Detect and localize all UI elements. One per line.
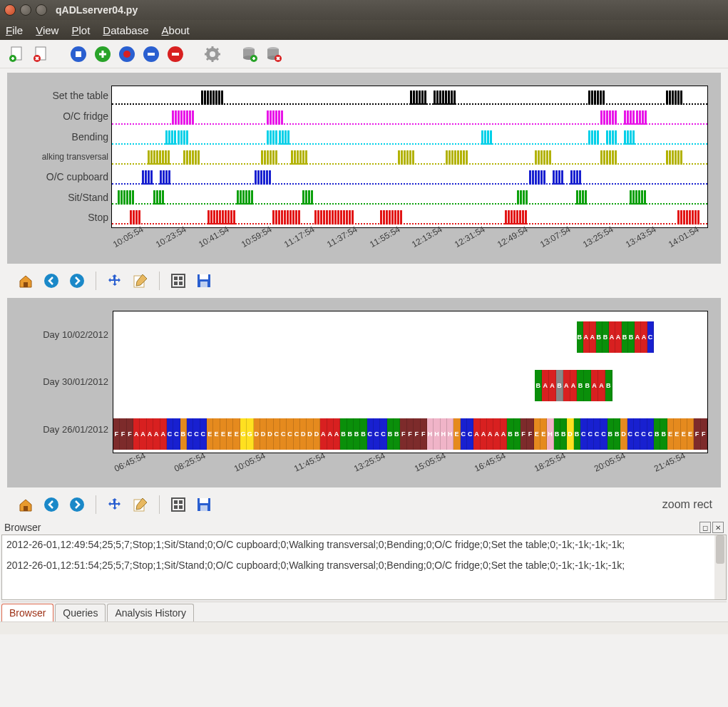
- ylabel: O/C fridge: [20, 110, 108, 122]
- svg-rect-42: [174, 505, 178, 509]
- menubar: File View Plot Database About: [0, 20, 728, 40]
- remove-doc-icon[interactable]: [31, 44, 51, 64]
- day-chart-panel: Day 10/02/2012 Day 30/01/2012 Day 26/01/…: [7, 298, 721, 487]
- svg-point-36: [44, 497, 58, 512]
- window-maximize-button[interactable]: [36, 4, 47, 16]
- ylabel: Stop: [20, 212, 108, 223]
- subplots-icon[interactable]: [168, 271, 188, 291]
- svg-rect-41: [179, 500, 183, 504]
- window-minimize-button[interactable]: [20, 4, 31, 16]
- ylabel: Set the table: [20, 90, 108, 101]
- menu-file[interactable]: File: [6, 24, 23, 36]
- back-icon[interactable]: [41, 495, 61, 515]
- svg-rect-39: [172, 498, 185, 511]
- ylabel: O/C cupboard: [20, 171, 108, 182]
- svg-point-37: [70, 497, 84, 512]
- new-doc-icon[interactable]: [7, 44, 27, 64]
- svg-rect-33: [200, 274, 208, 279]
- day-x-axis: 06:45:5408:25:5410:05:5411:45:5413:25:54…: [20, 453, 708, 475]
- pan-icon[interactable]: [105, 271, 125, 291]
- subplots-icon[interactable]: [168, 495, 188, 515]
- ylabel: alking transversal: [20, 152, 108, 162]
- svg-point-8: [123, 51, 130, 58]
- browser-title: Browser: [4, 522, 41, 533]
- edit-icon[interactable]: [130, 271, 150, 291]
- browser-log[interactable]: 2012-26-01,12:49:54;25;5;7;Stop;1;Sit/St…: [1, 535, 727, 600]
- activity-y-labels: Set the table O/C fridge Bending alking …: [20, 86, 111, 228]
- svg-rect-45: [200, 498, 208, 503]
- ylabel: Sit/Stand: [20, 192, 108, 203]
- browser-close-icon[interactable]: ✕: [712, 522, 724, 533]
- back-icon[interactable]: [41, 271, 61, 291]
- svg-rect-5: [76, 51, 81, 57]
- activity-plot-area[interactable]: [111, 86, 708, 228]
- db-remove-icon[interactable]: [264, 44, 284, 64]
- svg-point-14: [210, 51, 215, 57]
- svg-rect-30: [174, 282, 178, 285]
- save-icon[interactable]: [194, 271, 214, 291]
- save-icon[interactable]: [194, 495, 214, 515]
- tab-queries[interactable]: Queries: [55, 604, 106, 621]
- svg-point-25: [70, 274, 84, 288]
- svg-rect-10: [148, 53, 155, 56]
- zoom-rect-label: zoom rect: [662, 498, 712, 511]
- delete-record-icon[interactable]: [165, 44, 185, 64]
- activity-chart-panel: Set the table O/C fridge Bending alking …: [7, 73, 721, 264]
- scrollbar[interactable]: [714, 535, 726, 599]
- edit-icon[interactable]: [130, 495, 150, 515]
- statusbar: [0, 621, 728, 634]
- tab-analysis[interactable]: Analysis History: [107, 604, 194, 621]
- menu-database[interactable]: Database: [103, 24, 148, 36]
- home-icon[interactable]: [16, 271, 36, 291]
- svg-rect-40: [174, 500, 178, 504]
- svg-rect-29: [179, 277, 183, 280]
- svg-rect-28: [174, 277, 178, 280]
- day-y-labels: Day 10/02/2012 Day 30/01/2012 Day 26/01/…: [20, 311, 113, 453]
- svg-rect-46: [200, 505, 207, 511]
- activity-x-axis: 10:05:5410:23:5410:41:5410:59:5411:17:54…: [20, 228, 708, 251]
- svg-rect-31: [179, 282, 183, 285]
- db-add-icon[interactable]: [240, 44, 260, 64]
- plot-toolbar-1: [7, 268, 721, 294]
- bottom-tabs: Browser Queries Analysis History: [1, 602, 727, 621]
- day-plot-area[interactable]: BAABBAABBAACBAABAABBAABFFFAAAAACCBCCCEEE…: [113, 311, 708, 453]
- browser-detach-icon[interactable]: ◻: [699, 522, 711, 533]
- forward-icon[interactable]: [67, 271, 87, 291]
- ylabel: Day 10/02/2012: [20, 329, 108, 340]
- ylabel: Day 30/01/2012: [20, 376, 108, 387]
- log-line: 2012-26-01,12:49:54;25;5;7;Stop;1;Sit/St…: [6, 538, 722, 552]
- window-close-button[interactable]: [4, 4, 16, 16]
- window-title: qADLserver04.py: [56, 4, 138, 16]
- svg-point-24: [44, 274, 58, 288]
- pan-icon[interactable]: [105, 495, 125, 515]
- home-icon[interactable]: [16, 495, 36, 515]
- forward-icon[interactable]: [67, 495, 87, 515]
- menu-plot[interactable]: Plot: [71, 24, 90, 36]
- svg-rect-34: [200, 282, 207, 287]
- add-record-icon[interactable]: [93, 44, 113, 64]
- minus-record-icon[interactable]: [141, 44, 161, 64]
- stop-record-icon[interactable]: [68, 44, 88, 64]
- menu-view[interactable]: View: [36, 24, 58, 36]
- scroll-thumb[interactable]: [716, 535, 724, 564]
- svg-rect-35: [24, 506, 28, 511]
- titlebar: qADLserver04.py: [0, 0, 728, 20]
- main-toolbar: [0, 40, 728, 68]
- svg-rect-27: [172, 274, 185, 287]
- svg-rect-43: [179, 505, 183, 509]
- log-line: 2012-26-01,12:51:54;25;5;7;Stop;1;Sit/St…: [6, 559, 722, 572]
- record-icon[interactable]: [117, 44, 137, 64]
- ylabel: Day 26/01/2012: [20, 424, 108, 435]
- plot-toolbar-2: zoom rect: [7, 492, 721, 517]
- svg-rect-23: [24, 282, 28, 287]
- browser-section: Browser ◻ ✕ 2012-26-01,12:49:54;25;5;7;S…: [1, 520, 727, 621]
- tab-browser[interactable]: Browser: [1, 604, 53, 621]
- settings-icon[interactable]: [202, 44, 222, 64]
- menu-about[interactable]: About: [162, 24, 190, 36]
- svg-rect-12: [172, 53, 179, 56]
- ylabel: Bending: [20, 131, 108, 143]
